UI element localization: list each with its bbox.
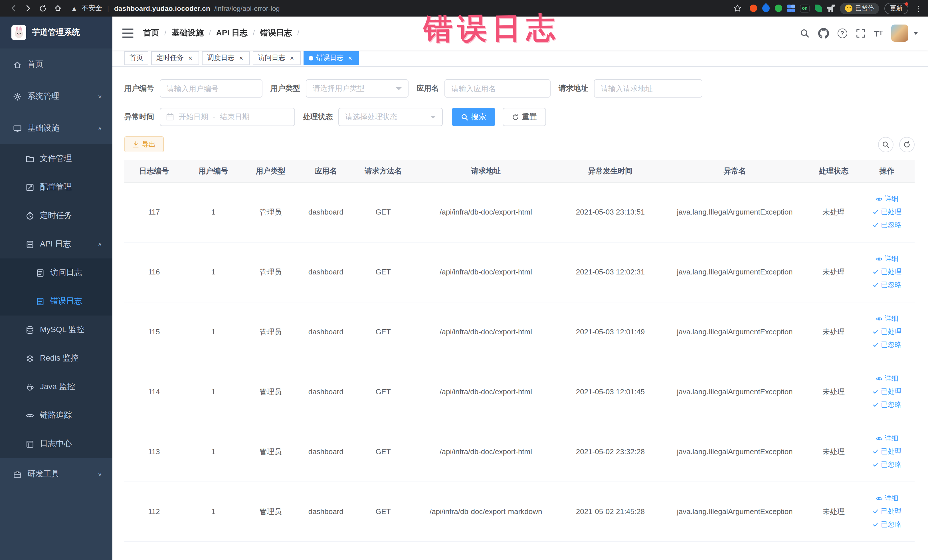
close-icon[interactable]: × [186,54,194,62]
column-header: 用户编号 [184,160,243,182]
home-icon[interactable] [52,2,63,15]
user-avatar[interactable] [891,24,908,42]
breadcrumb-item[interactable]: 错误日志 [260,28,305,38]
sidebar-item[interactable]: 配置管理 [0,173,112,201]
breadcrumb-item[interactable]: 基础设施 [172,28,216,38]
processed-link[interactable]: 已处理 [859,205,914,218]
tab[interactable]: 错误日志 × [304,51,359,65]
cell-method: GET [353,362,413,422]
filter-request-url: 请求地址 [559,79,702,98]
extension-green-icon[interactable] [775,5,782,12]
url-host: dashboard.yudao.iocoder.cn [114,4,210,12]
sidebar-item[interactable]: 链路追踪 [0,401,112,430]
app-name-input[interactable] [444,79,551,98]
extension-dino-icon[interactable] [827,5,835,12]
processed-link[interactable]: 已处理 [859,265,914,278]
sidebar-item[interactable]: 访问日志 [0,258,112,287]
reset-button[interactable]: 重置 [503,108,546,126]
cell-request-url: /api/infra/db-doc/export-html [413,302,559,362]
bookmark-star-icon[interactable] [731,2,743,15]
ignored-link[interactable]: 已忽略 [859,518,914,531]
sidebar-item[interactable]: Java 监控 [0,372,112,401]
detail-link[interactable]: 详细 [859,252,914,265]
sidebar-item[interactable]: 系统管理 [0,81,112,112]
export-button[interactable]: 导出 [124,136,164,153]
toggle-search-button[interactable] [878,137,893,152]
extension-drop-icon[interactable] [761,3,771,14]
extension-leaf-icon[interactable] [815,5,822,12]
database-icon [25,325,34,334]
cell-status: 未处理 [808,182,859,242]
sidebar-item[interactable]: 文件管理 [0,144,112,173]
ignored-link[interactable]: 已忽略 [859,218,914,232]
search-button[interactable]: 搜索 [452,108,495,126]
request-url-input[interactable] [594,79,702,98]
tab[interactable]: 调度日志 × [202,51,250,65]
table-header-row: 日志编号 用户编号 用户类型 应用名 请求方法名 请求地址 [124,160,914,182]
user-id-input[interactable] [160,79,263,98]
refresh-button[interactable] [899,137,914,152]
chevron-down-icon[interactable] [913,32,918,35]
detail-link[interactable]: 详细 [859,492,914,505]
detail-link[interactable]: 详细 [859,312,914,325]
reload-icon[interactable] [37,2,49,15]
help-icon[interactable]: ? [837,28,847,38]
tab[interactable]: 首页 [124,51,148,65]
extension-orange-icon[interactable] [750,5,757,12]
sidebar-item[interactable]: 定时任务 [0,201,112,230]
detail-link[interactable]: 详细 [859,432,914,445]
sidebar-item[interactable]: 基础设施 [0,112,112,144]
sidebar-item[interactable]: 首页 [0,49,112,81]
breadcrumb-item[interactable]: API 日志 [216,28,260,38]
breadcrumb-item[interactable]: 首页 [143,28,172,38]
ignored-link[interactable]: 已忽略 [859,398,914,411]
cell-method: GET [353,422,413,482]
extension-grid-icon[interactable] [788,5,795,12]
sidebar-item[interactable]: Redis 监控 [0,344,112,372]
extension-on-badge[interactable]: on [800,4,810,12]
search-icon[interactable] [800,28,809,38]
sidebar-item[interactable]: 研发工具 [0,458,112,490]
forward-icon[interactable] [22,2,34,15]
sidebar-item[interactable]: API 日志 [0,230,112,258]
processed-link[interactable]: 已处理 [859,385,914,398]
start-date-placeholder: 开始日期 [179,112,208,122]
processed-link[interactable]: 已处理 [859,445,914,458]
close-icon[interactable]: × [237,54,245,62]
ignored-link[interactable]: 已忽略 [859,278,914,291]
column-header: 日志编号 [124,160,184,182]
tab[interactable]: 定时任务 × [151,51,199,65]
back-icon[interactable] [8,2,19,15]
cell-exception-name: java.lang.IllegalArgumentException [662,182,808,242]
app-logo[interactable]: 芋道管理系统 [0,17,112,49]
select-placeholder: 请选择用户类型 [313,83,396,93]
browser-menu-icon[interactable]: ⋮ [914,4,923,13]
exception-time-range[interactable]: 开始日期 - 结束日期 [160,108,295,126]
font-size-icon[interactable]: TT [874,29,883,37]
detail-link[interactable]: 详细 [859,372,914,385]
close-icon[interactable]: × [346,54,354,62]
github-icon[interactable] [818,27,829,38]
hamburger-icon[interactable] [122,29,133,38]
user-type-select[interactable]: 请选择用户类型 [306,79,409,98]
processed-link[interactable]: 已处理 [859,505,914,518]
fullscreen-icon[interactable] [856,28,865,38]
tab[interactable]: 访问日志 × [253,51,301,65]
update-button[interactable]: 更新 [884,3,908,14]
paused-pill[interactable]: 已暂停 [840,3,879,14]
chevron-icon [98,241,102,247]
ignored-link[interactable]: 已忽略 [859,338,914,351]
screen: ▲︎ 不安全 | dashboard.yudao.iocoder.cn/infr… [0,0,928,560]
sidebar-item[interactable]: 日志中心 [0,430,112,458]
detail-link[interactable]: 详细 [859,192,914,205]
sidebar-item[interactable]: MySQL 监控 [0,316,112,344]
sidebar-item[interactable]: 错误日志 [0,287,112,316]
close-icon[interactable]: × [288,54,296,62]
address-bar[interactable]: ▲︎ 不安全 | dashboard.yudao.iocoder.cn/infr… [71,3,730,13]
ignored-link[interactable]: 已忽略 [859,458,914,471]
filter-label: 请求地址 [559,83,594,93]
smiley-icon [845,5,852,12]
cell-request-url: /api/infra/db-doc/export-html [413,362,559,422]
processed-link[interactable]: 已处理 [859,325,914,338]
process-status-select[interactable]: 请选择处理状态 [338,108,443,126]
